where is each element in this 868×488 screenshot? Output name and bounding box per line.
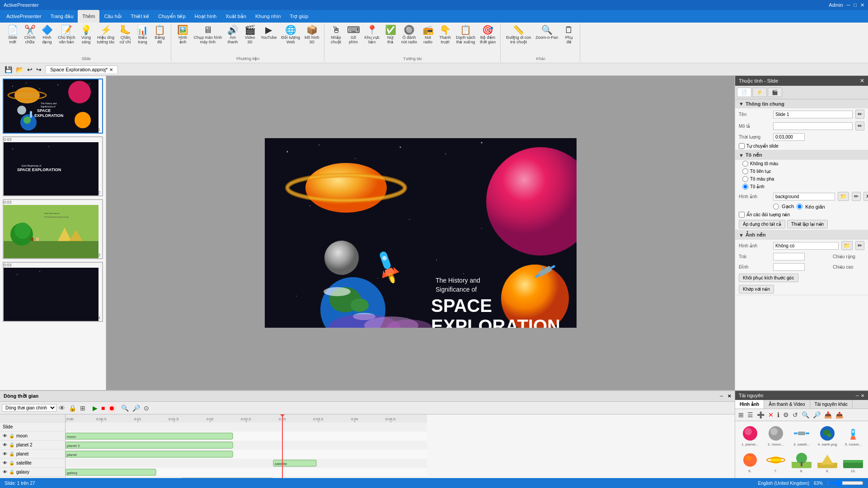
timeline-mode-select[interactable]: Dòng thời gian chính (2, 404, 56, 412)
ribbon-btn-area[interactable]: 📍 Khu vựcbản (363, 24, 382, 45)
resources-minimize-btn[interactable]: ─ (856, 393, 859, 398)
tab-thiet-ke[interactable]: Thiết kế (126, 10, 154, 23)
doc-tab-close-icon[interactable]: ✕ (109, 67, 113, 72)
qa-redo-btn[interactable]: ↪ (35, 65, 42, 74)
slide-thumb-1[interactable]: The History and Significance of SPACE EX… (3, 79, 103, 134)
ribbon-btn-zoom[interactable]: 🔍 Zoom-n-Pan (534, 24, 560, 41)
props-desc-input[interactable] (773, 122, 853, 130)
ribbon-btn-table[interactable]: 📋 Bảngđồ (152, 24, 168, 45)
res-item-3[interactable]: 3. satelli... (789, 424, 813, 449)
res-item-6[interactable]: 6. (738, 451, 762, 475)
tl-lock-planet[interactable]: 🔒 (9, 451, 14, 456)
tl-lock-galaxy[interactable]: 🔒 (9, 469, 14, 474)
tab-them[interactable]: Thêm (78, 10, 99, 23)
res-item-4[interactable]: 4. earth.png (816, 424, 840, 449)
qa-open-btn[interactable]: 📂 (15, 65, 24, 74)
res-info-btn[interactable]: ℹ (776, 410, 781, 419)
props-image-edit-btn[interactable]: ✏ (852, 192, 861, 201)
tab-xuat-ban[interactable]: Xuất bản (221, 10, 251, 23)
props-name-input[interactable] (773, 111, 853, 118)
ribbon-btn-button[interactable]: ✅ Nútthả (382, 24, 399, 45)
props-restore-btn[interactable]: Khôi phục kích thước gốc (739, 274, 798, 282)
res-item-8[interactable]: 8. (789, 451, 813, 475)
ribbon-btn-youtube[interactable]: ▶ YouTube (259, 24, 278, 41)
slide-thumb-3[interactable]: 0:03 Early Observations The first people… (3, 199, 103, 259)
props-section-overlay-header[interactable]: ▼ Ảnh nền (735, 230, 868, 240)
resources-close-btn[interactable]: ✕ (861, 393, 864, 398)
qa-undo-btn[interactable]: ↩ (26, 65, 33, 74)
ribbon-btn-highlight[interactable]: 💡 Vùngsáng (78, 24, 94, 45)
tab-hoat-hinh[interactable]: Hoạt hình (190, 10, 221, 23)
res-refresh-btn[interactable]: ↺ (791, 410, 799, 419)
tl-visibility-planet2[interactable]: 👁 (3, 442, 7, 447)
tl-record-btn[interactable]: ⏺ (107, 404, 116, 413)
props-hide-layers-checkbox[interactable] (739, 212, 745, 218)
tl-visibility-satellite[interactable]: 👁 (3, 460, 7, 465)
props-image-input[interactable] (773, 193, 835, 200)
tab-tro-giup[interactable]: Trợ giúp (285, 10, 313, 23)
ribbon-btn-radio[interactable]: 📻 Nútradio (420, 24, 436, 45)
props-stretch-radio[interactable] (797, 204, 802, 209)
props-tab-animation[interactable]: 🎬 (768, 88, 782, 97)
res-import-btn[interactable]: 📥 (823, 410, 833, 419)
tl-visibility-galaxy[interactable]: 👁 (3, 469, 7, 474)
ribbon-btn-type[interactable]: ⌨ Gõphím (345, 24, 362, 45)
minimize-icon[interactable]: ─ (847, 2, 850, 8)
ribbon-btn-audio[interactable]: 🔊 Âmthanh (225, 24, 241, 45)
ribbon-btn-text[interactable]: 📝 Chú thíchvăn bản (56, 24, 77, 45)
slide-canvas[interactable]: The History and Significance of SPACE EX… (265, 138, 577, 328)
tab-khung-nhin[interactable]: Khung nhìn (251, 10, 285, 23)
tl-visibility-moon[interactable]: 👁 (3, 433, 7, 438)
timeline-track-area[interactable]: 0:00 0:00,5 0:01 0:01,5 0:02 0:02,5 0:03… (66, 414, 735, 479)
ribbon-btn-edit[interactable]: ✂️ Chỉnhchữa (22, 24, 38, 45)
ribbon-btn-caption[interactable]: 🗒 Phụđề (561, 24, 577, 45)
props-duration-input[interactable] (773, 133, 805, 141)
ribbon-btn-image[interactable]: 🖼️ Hìnhảnh (175, 24, 191, 45)
ribbon-btn-video[interactable]: 🎬 Video3D (242, 24, 258, 45)
tl-play-btn[interactable]: ▶ (91, 404, 99, 413)
props-radio-gradient-input[interactable] (742, 176, 748, 182)
props-apply-all-btn[interactable]: Áp dụng cho tất cả (739, 220, 785, 228)
tl-visibility-btn[interactable]: 👁 (57, 404, 66, 413)
res-item-1[interactable]: 1. planet... (738, 424, 762, 449)
props-name-edit-btn[interactable]: ✏ (855, 110, 864, 119)
tl-visibility-planet[interactable]: 👁 (3, 451, 7, 456)
res-list-view-btn[interactable]: ☰ (746, 410, 755, 419)
props-fit-btn[interactable]: Khớp với nền (739, 285, 774, 293)
props-auto-advance-checkbox[interactable] (739, 143, 745, 149)
res-delete-btn[interactable]: ✕ (767, 410, 775, 419)
res-zoom-in-btn[interactable]: 🔍 (800, 410, 811, 419)
res-item-10[interactable]: 10. (841, 451, 865, 475)
ribbon-btn-screenshot[interactable]: 🖥 Chụp màn hìnhmáy tính (192, 24, 224, 45)
res-item-5[interactable]: 5. rocket... (841, 424, 865, 449)
ribbon-btn-click[interactable]: 🖱 Nhấpchuột (328, 24, 344, 45)
slide-thumb-2[interactable]: 0:03 Early Beginnings of SPACE EXPLORATI… (3, 136, 103, 196)
res-item-9[interactable]: 9. (816, 451, 840, 475)
maximize-icon[interactable]: □ (854, 2, 857, 8)
tl-lock-planet2[interactable]: 🔒 (9, 442, 14, 447)
ribbon-btn-new-slide[interactable]: 📄 Slidemới (5, 24, 21, 45)
res-item-7[interactable]: 7. (764, 451, 788, 475)
tl-lock-satellite[interactable]: 🔒 (9, 460, 14, 465)
ribbon-btn-shape[interactable]: 🔷 Hìnhdạng (39, 24, 55, 45)
tab-chuyen-tiep[interactable]: Chuyển tiếp (154, 10, 190, 23)
tl-lock-btn[interactable]: 🔒 (67, 404, 78, 413)
props-close-btn[interactable]: ✕ (860, 78, 864, 84)
props-image-browse-btn[interactable]: 📁 (838, 192, 849, 201)
props-tab-slide[interactable]: 📄 (737, 88, 751, 97)
tl-zoom-in-btn[interactable]: 🔍 (120, 404, 130, 413)
tl-zoom-reset-btn[interactable]: ⊙ (142, 404, 150, 413)
res-zoom-out-btn[interactable]: 🔎 (812, 410, 822, 419)
res-tab-audio-video[interactable]: Âm thanh & Video (764, 400, 810, 409)
tl-zoom-out-btn[interactable]: 🔎 (131, 404, 141, 413)
ribbon-btn-slider[interactable]: 👇 Thanhtruợt (437, 24, 453, 45)
ribbon-btn-checkbox[interactable]: 🔘 Ô đánhnút radio (399, 24, 419, 45)
res-add-btn[interactable]: ➕ (755, 410, 766, 419)
timeline-close-icon[interactable]: ✕ (727, 394, 731, 399)
props-section-bg-header[interactable]: ▼ Tô nền (735, 150, 868, 160)
res-export-btn[interactable]: 📤 (834, 410, 845, 419)
res-grid-view-btn[interactable]: ⊞ (737, 410, 745, 419)
props-overlay-browse-btn[interactable]: 📁 (841, 241, 853, 250)
props-top-input[interactable] (773, 263, 805, 271)
props-tile-radio[interactable] (773, 204, 779, 209)
